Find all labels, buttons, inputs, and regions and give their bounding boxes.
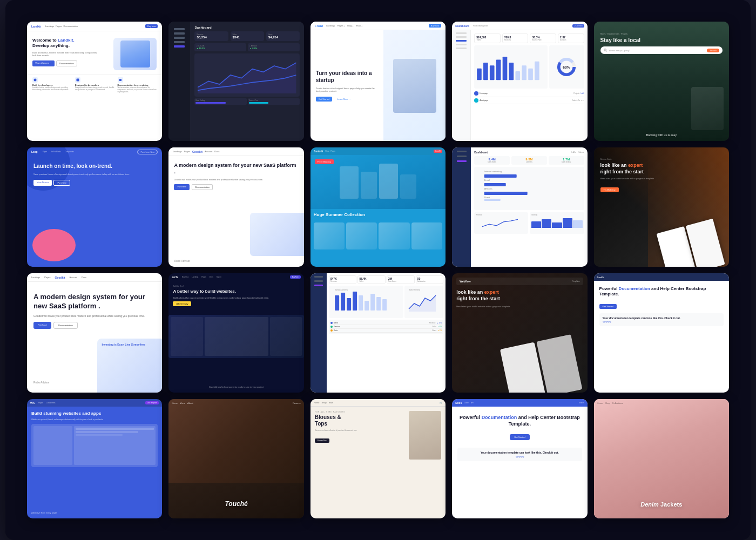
expert-btn[interactable]: Try Webflow	[600, 187, 619, 192]
analytics-nav: Dashboard Project Management + Comment	[452, 22, 587, 30]
front-nav-shop[interactable]: Shop +	[356, 24, 363, 27]
robo-nav-pages[interactable]: Pages	[184, 150, 190, 153]
dashboard-dark-title: Dashboard	[194, 26, 299, 29]
local-search-btn[interactable]: Search	[707, 49, 719, 52]
blouses-nav-home[interactable]: Home	[314, 401, 320, 404]
svg-rect-7	[509, 63, 514, 80]
webflow-nav-templates[interactable]: Templates	[572, 280, 580, 282]
card-front[interactable]: Front Landings Pages + Blog + Shop + Buy…	[310, 22, 446, 141]
leap-nav-components[interactable]: Components	[65, 151, 74, 153]
front-nav-blog[interactable]: Blog +	[347, 24, 353, 27]
docs-nav-link1[interactable]: Guides	[464, 402, 469, 404]
pw-content: Powerful Documentation and Help Center B…	[594, 281, 729, 332]
landkit-btn[interactable]: Buy now	[145, 24, 158, 28]
robo-docs-btn[interactable]: Documentation	[192, 184, 213, 190]
goodkit-docs[interactable]: Documentation	[53, 322, 78, 329]
denim-nav-home[interactable]: Home	[597, 402, 603, 404]
card-robo[interactable]: Landings Pages Goodkit Account Docs A mo…	[168, 147, 303, 267]
leap-purchase[interactable]: Purchase	[53, 180, 70, 186]
docs-cta[interactable]: Get Started	[510, 434, 529, 440]
robo-nav-docs[interactable]: Docs	[214, 150, 219, 153]
card-arch[interactable]: arch Business Landings Pages Docs Sign i…	[168, 273, 303, 393]
summer-nav-shop[interactable]: Shop	[325, 150, 329, 152]
robo-illustration	[250, 213, 304, 256]
card-summer[interactable]: Sartofit Shop Pages Cart (0) Free Shippi…	[310, 147, 446, 267]
arch-nav-business[interactable]: Business	[182, 276, 188, 278]
card-local[interactable]: Stays · Experiences · Flights Stay like …	[594, 22, 729, 141]
blouses-nav-cart[interactable]: 🛒	[440, 401, 442, 404]
landkit-cta[interactable]: View all pages →	[32, 60, 55, 66]
denim-nav-collections[interactable]: Collections	[612, 402, 623, 404]
docs-nav-link2[interactable]: API	[471, 402, 474, 404]
card-landkit[interactable]: Landkit Landings Pages Documentation Buy…	[27, 22, 162, 141]
card-touche[interactable]: Home Menu About Reserve Touché	[168, 399, 303, 518]
card-falcon[interactable]: $47KRevenue 58.4KSales 2MNew Users 91↑Sa…	[310, 273, 446, 393]
card-analytics[interactable]: Dashboard Project Management + Comment $…	[452, 22, 587, 141]
arch-nav-landings[interactable]: Landings	[192, 276, 198, 278]
blouses-nav-sale[interactable]: Sale	[329, 401, 333, 404]
landkit-nav-landings[interactable]: Landings	[45, 25, 54, 28]
card-blouses[interactable]: Home Shop Sale 🛒 FOR ALL TIME FAVORITE B…	[310, 399, 446, 518]
front-learn-more[interactable]: Learn More →	[334, 97, 354, 102]
arch-nav-signin[interactable]: Sign in	[217, 276, 221, 278]
goodkit-purchase[interactable]: Purchase	[33, 322, 51, 329]
wa-nav-btn[interactable]: Get Template	[145, 401, 159, 404]
robo-nav-account[interactable]: Account	[205, 150, 212, 153]
svg-rect-2	[477, 69, 482, 80]
analytics-btn[interactable]: + Comment	[572, 24, 584, 28]
front-nav-pages[interactable]: Pages +	[337, 24, 345, 27]
wa-headline: Build stunning websites and apps	[31, 411, 158, 416]
robo-purchase[interactable]: Purchase	[174, 184, 190, 190]
front-logo: Front	[315, 24, 323, 28]
card-placeholder-white[interactable]: DocKit Powerful Documentation and Help C…	[594, 273, 729, 393]
wa-nav-components[interactable]: Components	[46, 402, 56, 404]
front-nav-landings[interactable]: Landings	[326, 24, 335, 27]
goodkit-nav-account[interactable]: Account	[69, 276, 77, 279]
goodkit-nav-landings[interactable]: Landings	[31, 276, 40, 279]
card-goodkit-big[interactable]: Landings Pages Goodkit Account Docs A mo…	[27, 273, 162, 393]
touche-nav-reserve[interactable]: Reserve	[293, 402, 301, 404]
analytics-nav-item[interactable]: Project Management	[473, 25, 488, 27]
local-search-bar[interactable]: Where are you going? Search	[600, 46, 723, 54]
robo-nav-landings[interactable]: Landings	[173, 150, 181, 153]
card-expert[interactable]: Webflow Studio look like an expertright …	[594, 147, 729, 267]
leap-cta[interactable]: View Demos	[33, 180, 52, 186]
summer-cart-btn[interactable]: Cart (0)	[434, 150, 442, 153]
landkit-nav-docs[interactable]: Documentation	[63, 25, 78, 28]
blouses-nav-shop[interactable]: Shop	[321, 401, 326, 404]
leap-btn[interactable]: Purchase Now	[137, 150, 158, 154]
front-nav-btn[interactable]: Buy now	[429, 24, 441, 28]
touche-nav-item2[interactable]: Menu	[180, 402, 185, 404]
goodkit-nav-pages[interactable]: Pages	[44, 276, 50, 279]
goodkit-nav-docs[interactable]: Docs	[82, 276, 86, 279]
front-cta[interactable]: Get Started	[316, 97, 332, 102]
landkit-docs-btn[interactable]: Documentation	[56, 60, 77, 66]
arch-nav-docs[interactable]: Docs	[210, 276, 213, 278]
card-leap[interactable]: Leap Pages No Fat Blocks Components Purc…	[27, 147, 162, 267]
card-denim[interactable]: Home Shop Collections Denim Jackets	[594, 399, 729, 518]
wa-nav: WA Pages Components Get Template	[27, 399, 162, 407]
blouses-cta[interactable]: Browse Now	[315, 438, 329, 443]
card-placeholder-dark[interactable]: Webflow Templates look like an expertrig…	[452, 273, 587, 393]
pw-logo: DocKit	[597, 276, 604, 279]
arch-cta[interactable]: A better way	[173, 301, 191, 306]
placeholder-content: look like an expertright from the start …	[456, 289, 583, 311]
leap-nav-pages[interactable]: Pages	[43, 151, 48, 153]
card-data-dashboard[interactable]: Dashboard In All ▾ Sales ▾ 9.4MDaily Sal…	[452, 147, 587, 267]
card-docs[interactable]: Docs Guides API Search Powerful Document…	[452, 399, 587, 518]
landkit-nav-pages[interactable]: Pages	[56, 25, 62, 28]
summer-nav-pages[interactable]: Pages	[330, 150, 335, 152]
leap-nav-blocks[interactable]: No Fat Blocks	[51, 151, 61, 153]
wa-nav-pages[interactable]: Pages	[38, 402, 43, 404]
card-wa[interactable]: WA Pages Components Get Template Build s…	[27, 399, 162, 518]
arch-btn[interactable]: Buy Now	[290, 275, 301, 279]
denim-nav-shop[interactable]: Shop	[605, 402, 610, 404]
dashboard-dark-main: Dashboard Revenue$6,254 Sales$341 Users$…	[190, 22, 303, 141]
local-search-placeholder[interactable]: Where are you going?	[609, 49, 705, 52]
card-dashboard-dark[interactable]: Dashboard Revenue$6,254 Sales$341 Users$…	[168, 22, 303, 141]
arch-nav-pages[interactable]: Pages	[201, 276, 206, 278]
touche-nav-item3[interactable]: About	[187, 402, 193, 404]
pw-btn[interactable]: Get Started	[599, 304, 617, 309]
touche-nav-item1[interactable]: Home	[172, 402, 178, 404]
docs-nav-search[interactable]: Search	[579, 402, 584, 404]
